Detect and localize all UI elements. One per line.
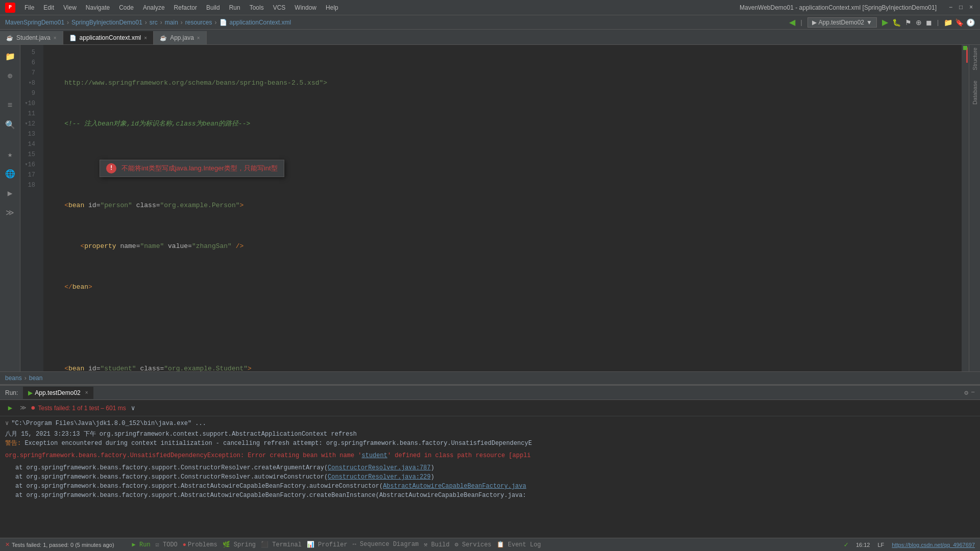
menu-window[interactable]: Window (290, 3, 321, 12)
line-col-indicator[interactable]: 16:12 (856, 542, 870, 548)
code-content[interactable]: http://www.springframework.org/schema/be… (43, 45, 962, 371)
run-tab-close[interactable]: × (85, 390, 88, 395)
sidebar-web[interactable]: 🌐 (1, 165, 19, 183)
sidebar-project[interactable]: 📁 (1, 47, 19, 66)
menu-view[interactable]: View (59, 3, 81, 12)
event-log-tab[interactable]: 📋 Event Log (497, 541, 541, 548)
menu-code[interactable]: Code (115, 3, 138, 12)
tab-close-icon[interactable]: × (144, 35, 147, 41)
panel-minimize-icon[interactable]: − (971, 389, 975, 396)
menu-vcs[interactable]: VCS (269, 3, 290, 12)
java-icon: ☕ (6, 35, 13, 41)
error-tooltip-icon: ! (106, 163, 116, 173)
bc-file[interactable]: applicationContext.xml (230, 19, 291, 26)
sidebar-run-tool[interactable]: ▶ (1, 184, 19, 203)
build-tab[interactable]: ⚒ Build (424, 541, 449, 548)
console-rerun-button[interactable]: ≫ (18, 403, 28, 413)
editor-area: 5 6 7 ▾8 9 ▾10 11 ▾12 13 14 15 ▾16 17 18… (20, 45, 969, 371)
terminal-tab[interactable]: ⬛ Terminal (261, 541, 302, 548)
bc-main[interactable]: main (165, 19, 178, 26)
stop-button[interactable]: ◼ (926, 18, 932, 27)
todo-tab[interactable]: ☑ TODO (156, 541, 178, 548)
debug-button[interactable]: 🐛 (892, 18, 901, 27)
link-constructor-resolver-1[interactable]: ConstructorResolver.java:787 (328, 464, 431, 471)
lf-indicator[interactable]: LF (877, 542, 884, 548)
menu-analyze[interactable]: Analyze (139, 3, 169, 12)
editor-scrollbar[interactable] (962, 45, 969, 371)
editor-breadcrumb: beans › bean (0, 371, 980, 385)
console-collapse-icon[interactable]: ∨ (5, 419, 9, 428)
services-tab[interactable]: ⚙ Services (455, 541, 492, 548)
more-button[interactable]: ⊕ (916, 18, 922, 27)
spring-tab[interactable]: 🌿 Spring (223, 541, 256, 548)
tab-applicationcontext-xml[interactable]: 📄 applicationContext.xml × (63, 31, 154, 44)
run-tab-apptestdemo02[interactable]: ▶ App.testDemo02 × (23, 387, 93, 399)
line-num-14: 14 (20, 139, 39, 149)
problems-tab[interactable]: ● Problems (183, 541, 217, 548)
sidebar-find[interactable]: 🔍 (1, 116, 19, 134)
menu-tools[interactable]: Tools (246, 3, 268, 12)
tab-close-icon[interactable]: × (197, 35, 200, 41)
menu-refactor[interactable]: Refactor (170, 3, 201, 12)
breadcrumb-beans[interactable]: beans (5, 374, 22, 382)
minimize-button[interactable]: − (947, 4, 954, 11)
console-line-6: at org.springframework.beans.factory.sup… (5, 482, 975, 491)
xml-icon: 📄 (69, 35, 77, 41)
run-tab-icon: ▶ (28, 389, 33, 396)
bc-project[interactable]: MavenSpringDemo01 (5, 19, 64, 26)
console-error-icon: ● (31, 404, 36, 413)
toolbar-actions: ◀ | ▶ App.testDemo02 ▼ ▶ 🐛 ⚑ ⊕ ◼ | 📁 🔖 🕐 (789, 17, 975, 28)
console-run-button[interactable]: ▶ (5, 403, 15, 413)
sidebar-commit[interactable]: ⊕ (1, 67, 19, 85)
project-button[interactable]: 📁 (944, 18, 952, 27)
bc-file-icon: 📄 (219, 19, 227, 26)
console-collapse-row: ∨ "C:\Program Files\Java\jdk1.8.0_152\bi… (5, 419, 975, 428)
menu-run[interactable]: Run (225, 3, 244, 12)
line-num-8: ▾8 (20, 78, 39, 88)
link-abstract-autowire[interactable]: AbstractAutowireCapableBeanFactory.java (383, 483, 526, 490)
link-constructor-resolver-2[interactable]: ConstructorResolver.java:229 (328, 473, 431, 481)
bookmark-button[interactable]: 🔖 (955, 18, 964, 27)
menu-build[interactable]: Build (202, 3, 224, 12)
menu-help[interactable]: Help (322, 3, 342, 12)
run-config-selector[interactable]: ▶ App.testDemo02 ▼ (807, 17, 877, 28)
code-line-6: <!-- 注入bean对象,id为标识名称,class为bean的路径--> (48, 119, 962, 129)
bc-resources[interactable]: resources (185, 19, 212, 26)
console-output: ∨ "C:\Program Files\Java\jdk1.8.0_152\bi… (0, 416, 980, 538)
coverage-button[interactable]: ⚑ (905, 18, 912, 27)
sequence-diagram-tab[interactable]: ↔ Sequence Diagram (353, 541, 419, 548)
back-button[interactable]: ◀ (789, 17, 795, 27)
tab-app-java[interactable]: ☕ App.java × (154, 31, 207, 44)
line-num-11: 11 (20, 109, 39, 119)
student-link[interactable]: student (362, 452, 387, 459)
tab-student-java[interactable]: ☕ Student.java × (0, 31, 63, 44)
menu-edit[interactable]: Edit (39, 3, 58, 12)
breadcrumb-bean[interactable]: bean (29, 374, 43, 382)
line-num-5: 5 (20, 47, 39, 58)
test-status-label: Tests failed: 1 of 1 test – 601 ms (38, 405, 126, 412)
sidebar-structure[interactable]: ≡ (1, 96, 19, 115)
error-tooltip-text: 不能将int类型写成java.lang.Integer类型，只能写int型 (121, 164, 278, 173)
sidebar-more[interactable]: ≫ (1, 204, 19, 222)
sidebar-favorites[interactable]: ★ (1, 145, 19, 164)
line-num-13: 13 (20, 129, 39, 139)
menu-navigate[interactable]: Navigate (82, 3, 114, 12)
run-button[interactable]: ▶ (882, 17, 888, 27)
database-panel-label[interactable]: Database (972, 81, 978, 105)
profiler-tab[interactable]: 📊 Profiler (307, 541, 348, 548)
bc-src[interactable]: src (150, 19, 158, 26)
right-panel-labels: Structure Database (969, 45, 980, 371)
panel-settings-icon[interactable]: ⚙ (964, 389, 968, 397)
run-tool-tab[interactable]: ▶ Run (132, 541, 151, 548)
code-line-5: http://www.springframework.org/schema/be… (48, 78, 962, 88)
encoding-indicator[interactable]: https://blog.csdn.net/qq_4967697 (892, 542, 975, 548)
tab-close-icon[interactable]: × (54, 35, 57, 41)
maximize-button[interactable]: □ (957, 4, 965, 11)
bc-module[interactable]: SpringByInjectionDemo01 (71, 19, 142, 26)
close-button[interactable]: × (967, 4, 975, 11)
test-expand-icon[interactable]: ∨ (131, 404, 135, 412)
structure-panel-label[interactable]: Structure (972, 47, 978, 70)
menu-file[interactable]: File (20, 3, 38, 12)
line-num-12: ▾12 (20, 119, 39, 129)
recent-button[interactable]: 🕐 (966, 18, 975, 27)
